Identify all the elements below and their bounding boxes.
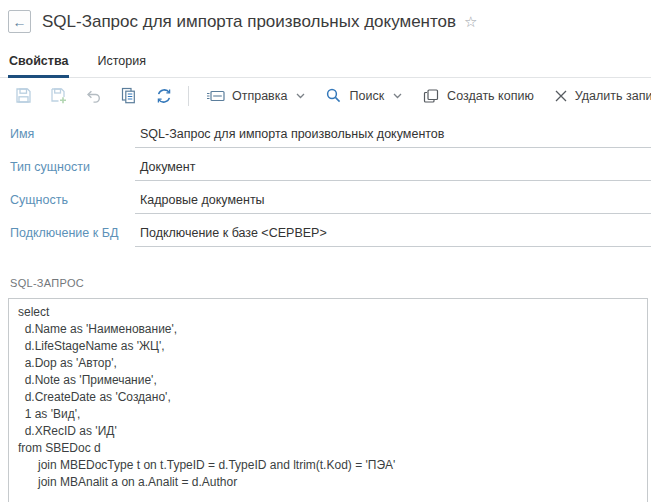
refresh-button[interactable] <box>146 82 181 110</box>
toolbar: Отправка Поиск Создать копию <box>0 78 651 113</box>
create-copy-button[interactable]: Создать копию <box>412 82 544 110</box>
back-arrow-icon: ← <box>13 15 27 29</box>
db-connection-field-label: Подключение к БД <box>10 223 135 240</box>
page-title: SQL-Запрос для импорта произвольных доку… <box>42 12 456 32</box>
tab-bar: Свойства История <box>0 54 651 78</box>
name-field-input[interactable]: SQL-Запрос для импорта произвольных доку… <box>135 124 651 148</box>
field-row-name: Имя SQL-Запрос для импорта произвольных … <box>0 124 651 157</box>
favorite-star-icon[interactable]: ☆ <box>464 13 477 31</box>
properties-form: Имя SQL-Запрос для импорта произвольных … <box>0 124 651 256</box>
copy-icon <box>119 86 138 105</box>
entity-field-input[interactable]: Кадровые документы <box>135 190 651 214</box>
undo-icon <box>85 87 103 105</box>
back-button[interactable]: ← <box>8 10 31 33</box>
chevron-down-icon <box>393 93 402 99</box>
delete-record-label: Удалить запись <box>575 89 651 103</box>
entity-type-field-label: Тип сущности <box>10 157 135 174</box>
tab-history[interactable]: История <box>96 54 146 77</box>
field-row-db-connection: Подключение к БД Подключение к базе <СЕР… <box>0 223 651 256</box>
sql-section-label: SQL-ЗАПРОС <box>10 277 651 289</box>
db-connection-field-input[interactable]: Подключение к базе <СЕРВЕР> <box>135 223 651 247</box>
search-button[interactable]: Поиск <box>315 82 412 110</box>
sql-query-text: select d.Name as 'Наименование', d.LifeS… <box>9 299 647 496</box>
field-row-entity-type: Тип сущности Документ <box>0 157 651 190</box>
copy-button[interactable] <box>111 82 146 110</box>
name-field-label: Имя <box>10 124 135 141</box>
record-header: ← SQL-Запрос для импорта произвольных до… <box>0 0 651 33</box>
create-copy-icon <box>422 87 440 105</box>
save-and-new-button[interactable] <box>41 82 76 110</box>
save-icon <box>14 86 33 105</box>
sql-query-textarea[interactable]: select d.Name as 'Наименование', d.LifeS… <box>8 298 648 502</box>
send-button[interactable]: Отправка <box>196 82 315 110</box>
entity-type-field-input[interactable]: Документ <box>135 157 651 181</box>
create-copy-label: Создать копию <box>447 89 534 103</box>
save-button[interactable] <box>6 82 41 110</box>
undo-button[interactable] <box>76 82 111 110</box>
refresh-icon <box>155 87 173 105</box>
search-icon <box>325 87 342 104</box>
chevron-down-icon <box>296 93 305 99</box>
toolbar-separator <box>188 86 189 106</box>
send-icon <box>206 89 225 103</box>
delete-x-icon <box>554 89 568 103</box>
entity-field-label: Сущность <box>10 190 135 207</box>
delete-record-button[interactable]: Удалить запись <box>544 82 651 110</box>
search-label: Поиск <box>349 89 384 103</box>
tab-properties[interactable]: Свойства <box>8 54 69 77</box>
save-and-new-icon <box>49 86 68 105</box>
field-row-entity: Сущность Кадровые документы <box>0 190 651 223</box>
send-label: Отправка <box>232 89 287 103</box>
